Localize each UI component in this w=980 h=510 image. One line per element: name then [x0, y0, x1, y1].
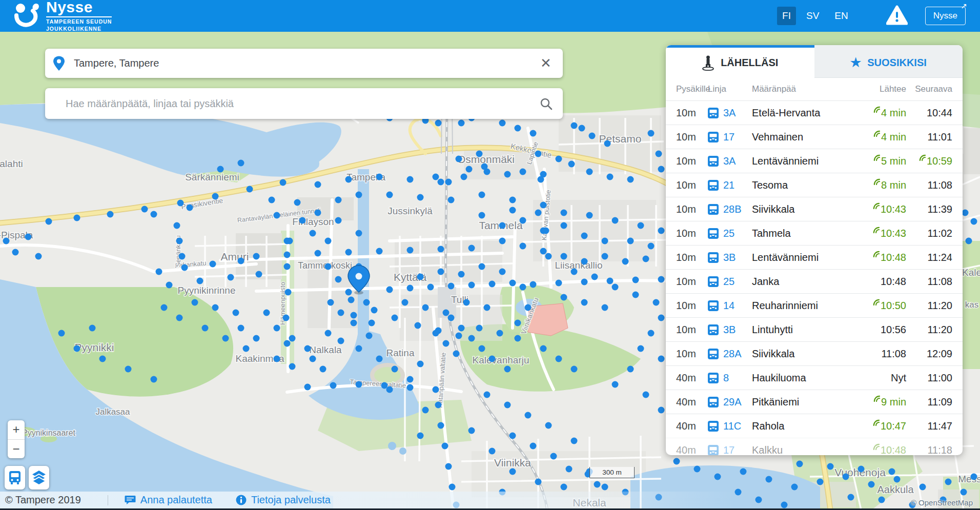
- bus-stop-dot[interactable]: [538, 176, 544, 183]
- bus-stop-dot[interactable]: [632, 277, 639, 283]
- bus-stop-dot[interactable]: [174, 222, 180, 229]
- bus-stop-dot[interactable]: [581, 299, 588, 306]
- language-button-en[interactable]: EN: [829, 7, 853, 25]
- bus-stop-dot[interactable]: [274, 356, 280, 362]
- bus-stop-dot[interactable]: [509, 468, 516, 475]
- bus-stop-dot[interactable]: [604, 140, 611, 147]
- bus-stop-dot[interactable]: [325, 263, 332, 270]
- bus-stop-dot[interactable]: [253, 253, 260, 260]
- bus-stop-dot[interactable]: [458, 325, 465, 332]
- bus-stop-dot[interactable]: [602, 304, 608, 311]
- bus-stop-dot[interactable]: [356, 381, 362, 388]
- bus-stop-dot[interactable]: [238, 258, 244, 264]
- bus-stop-dot[interactable]: [228, 274, 234, 281]
- bus-stop-dot[interactable]: [448, 315, 455, 321]
- bus-stop-dot[interactable]: [156, 269, 162, 275]
- bus-stop-dot[interactable]: [320, 366, 326, 373]
- bus-stop-dot[interactable]: [843, 474, 849, 480]
- bus-stop-dot[interactable]: [571, 269, 578, 275]
- bus-stop-dot[interactable]: [284, 263, 291, 270]
- bus-stop-dot[interactable]: [392, 366, 398, 373]
- departure-row[interactable]: 40m 11C Rahola 10:47: [666, 414, 963, 438]
- bus-stop-dot[interactable]: [658, 228, 665, 234]
- bus-stop-dot[interactable]: [58, 330, 65, 337]
- bus-stop-dot[interactable]: [35, 253, 42, 260]
- bus-stop-dot[interactable]: [442, 443, 448, 450]
- about-service-link[interactable]: Tietoja palvelusta: [233, 494, 334, 506]
- bus-stop-dot[interactable]: [868, 481, 875, 488]
- bus-stop-dot[interactable]: [581, 279, 588, 285]
- bus-stop-dot[interactable]: [289, 335, 296, 342]
- departure-row[interactable]: 10m 3A Lentävänniemi 5 min: [666, 149, 963, 173]
- bus-stop-dot[interactable]: [607, 174, 614, 180]
- bus-stop-dot[interactable]: [456, 333, 462, 339]
- bus-stop-dot[interactable]: [280, 179, 287, 186]
- bus-stop-dot[interactable]: [422, 304, 429, 311]
- bus-stop-dot[interactable]: [335, 276, 342, 283]
- service-alerts-button[interactable]: [886, 5, 908, 27]
- bus-stop-dot[interactable]: [253, 335, 260, 342]
- bus-stop-dot[interactable]: [338, 310, 344, 316]
- departure-row[interactable]: 10m 25 Tahmela 10:43: [666, 221, 963, 245]
- bus-stop-dot[interactable]: [407, 384, 414, 391]
- bus-stop-dot[interactable]: [366, 333, 373, 339]
- bus-stop-dot[interactable]: [166, 282, 173, 289]
- bus-stop-dot[interactable]: [571, 123, 578, 129]
- bus-stop-dot[interactable]: [274, 325, 280, 332]
- bus-stop-dot[interactable]: [658, 276, 665, 283]
- bus-stop-dot[interactable]: [243, 345, 250, 352]
- bus-stop-dot[interactable]: [176, 238, 183, 244]
- bus-stop-dot[interactable]: [591, 274, 598, 280]
- bus-stop-dot[interactable]: [197, 278, 203, 284]
- bus-stop-dot[interactable]: [369, 320, 375, 327]
- bus-stop-dot[interactable]: [499, 238, 506, 244]
- bus-stop-dot[interactable]: [971, 218, 977, 225]
- bus-stop-dot[interactable]: [310, 230, 316, 237]
- departure-row[interactable]: 10m 3A Etelä-Hervanta 4 min: [666, 100, 963, 125]
- bus-stop-dot[interactable]: [284, 340, 291, 347]
- bus-stop-dot[interactable]: [263, 310, 270, 316]
- bus-stop-dot[interactable]: [468, 245, 475, 252]
- bus-stop-dot[interactable]: [571, 366, 578, 373]
- bus-stop-dot[interactable]: [3, 238, 10, 244]
- bus-stop-dot[interactable]: [181, 264, 188, 271]
- bus-stop-dot[interactable]: [586, 169, 593, 175]
- bus-stop-dot[interactable]: [407, 376, 414, 383]
- bus-stop-dot[interactable]: [525, 304, 532, 311]
- bus-stop-dot[interactable]: [176, 315, 183, 321]
- bus-stop-dot[interactable]: [356, 345, 362, 352]
- bus-stop-dot[interactable]: [330, 382, 337, 389]
- bus-stop-dot[interactable]: [363, 299, 370, 306]
- departure-row[interactable]: 10m 3B Lintuhytti 10:56: [666, 317, 963, 341]
- bus-stop-dot[interactable]: [894, 476, 901, 483]
- bus-stop-dot[interactable]: [602, 484, 608, 491]
- bus-stop-dot[interactable]: [530, 130, 537, 137]
- bus-stop-dot[interactable]: [217, 166, 224, 173]
- bus-stop-dot[interactable]: [433, 386, 439, 393]
- bus-stop-dot[interactable]: [315, 210, 321, 216]
- bus-stop-dot[interactable]: [328, 299, 334, 306]
- tab-favorites[interactable]: ★ SUOSIKKISI: [814, 45, 963, 78]
- bus-stop-dot[interactable]: [417, 433, 424, 439]
- bus-stop-dot[interactable]: [658, 407, 665, 414]
- bus-stop-dot[interactable]: [46, 218, 52, 225]
- origin-input[interactable]: [73, 57, 529, 70]
- bus-stop-dot[interactable]: [151, 211, 157, 218]
- bus-stop-dot[interactable]: [530, 443, 537, 450]
- bus-stop-dot[interactable]: [386, 287, 393, 293]
- bus-stop-dot[interactable]: [612, 284, 619, 291]
- bus-stop-dot[interactable]: [445, 463, 452, 470]
- bus-stop-dot[interactable]: [499, 222, 506, 229]
- bus-stop-dot[interactable]: [479, 212, 485, 219]
- bus-stop-dot[interactable]: [479, 263, 485, 270]
- bus-stop-dot[interactable]: [568, 161, 575, 168]
- zoom-in-button[interactable]: +: [8, 420, 25, 440]
- bus-stop-dot[interactable]: [351, 312, 357, 319]
- bus-stop-dot[interactable]: [550, 453, 557, 460]
- bus-stop-dot[interactable]: [448, 197, 455, 203]
- nysse-external-link[interactable]: Nysse ↗: [925, 7, 966, 25]
- bus-stop-dot[interactable]: [920, 484, 926, 491]
- bus-stop-dot[interactable]: [443, 310, 450, 316]
- bus-stop-dot[interactable]: [448, 283, 455, 290]
- bus-stop-dot[interactable]: [12, 249, 19, 256]
